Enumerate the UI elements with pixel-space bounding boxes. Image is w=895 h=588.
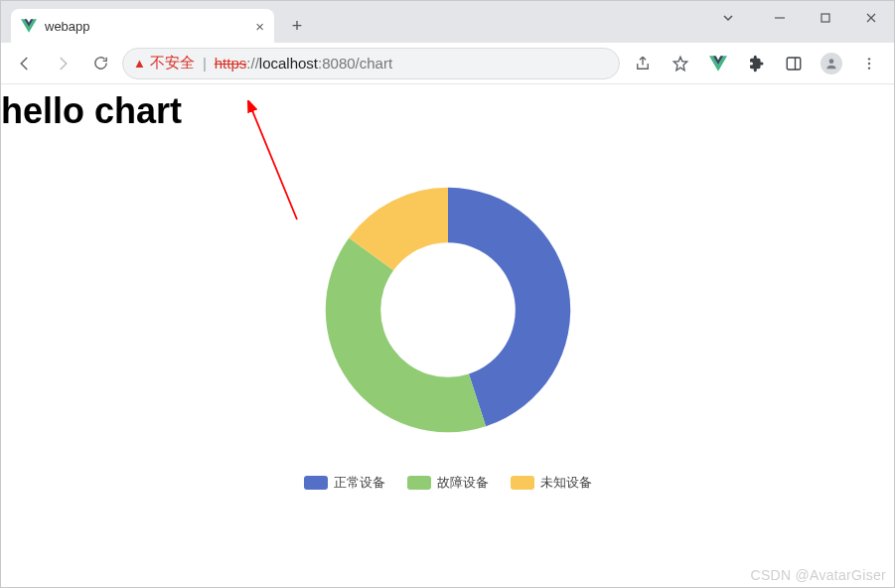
legend-swatch [304, 476, 328, 490]
minimize-button[interactable] [757, 1, 803, 35]
vue-extension-icon[interactable] [701, 48, 735, 79]
svg-rect-1 [821, 14, 829, 22]
donut-chart-svg [304, 166, 592, 454]
legend-item[interactable]: 未知设备 [511, 474, 592, 492]
url-text: https :// localhost :8080 /chart [215, 55, 392, 72]
svg-point-7 [868, 67, 870, 69]
browser-tab[interactable]: webapp × [11, 9, 274, 43]
kebab-menu-icon[interactable] [852, 48, 886, 79]
profile-avatar-icon[interactable] [815, 48, 848, 79]
svg-rect-2 [787, 58, 801, 70]
share-icon[interactable] [626, 48, 660, 79]
address-bar[interactable]: ▲ 不安全 | https :// localhost :8080 /chart [122, 48, 620, 79]
security-label: 不安全 [150, 54, 195, 73]
maximize-button[interactable] [803, 1, 848, 35]
new-tab-button[interactable]: + [282, 11, 312, 41]
url-sep: :// [246, 55, 259, 72]
tab-title: webapp [45, 19, 247, 34]
legend-swatch [407, 476, 431, 490]
legend-label: 未知设备 [540, 474, 592, 492]
extensions-icon[interactable] [739, 48, 773, 79]
separator: | [203, 55, 207, 72]
back-button[interactable] [9, 48, 41, 79]
svg-point-4 [829, 59, 834, 64]
svg-point-6 [868, 62, 870, 64]
close-window-button[interactable] [848, 1, 894, 35]
legend-label: 正常设备 [334, 474, 385, 492]
bookmark-star-icon[interactable] [664, 48, 697, 79]
side-panel-icon[interactable] [777, 48, 811, 79]
browser-window: webapp × + [0, 0, 895, 588]
legend-label: 故障设备 [437, 474, 489, 492]
warning-icon: ▲ [133, 56, 146, 71]
legend-item[interactable]: 故障设备 [407, 474, 489, 492]
reload-button[interactable] [84, 48, 116, 79]
donut-chart: 正常设备故障设备未知设备 [1, 166, 894, 492]
legend-item[interactable]: 正常设备 [304, 474, 385, 492]
browser-toolbar: ▲ 不安全 | https :// localhost :8080 /chart [1, 43, 894, 84]
url-port: :8080 [318, 55, 356, 72]
window-controls [705, 1, 894, 35]
forward-button[interactable] [47, 48, 78, 79]
url-host: localhost [259, 55, 318, 72]
page-content: hello chart 正常设备故障设备未知设备 CSDN @AvatarGis… [1, 84, 894, 587]
tab-strip: webapp × + [1, 1, 894, 43]
security-warning: ▲ 不安全 [133, 54, 195, 73]
donut-slice[interactable] [325, 238, 485, 433]
close-tab-icon[interactable]: × [255, 18, 264, 35]
url-path: /chart [356, 55, 393, 72]
tab-overflow-icon[interactable] [705, 1, 751, 35]
chart-legend: 正常设备故障设备未知设备 [304, 474, 592, 492]
page-title: hello chart [1, 84, 894, 132]
toolbar-actions [626, 48, 886, 79]
legend-swatch [511, 476, 534, 490]
watermark-text: CSDN @AvatarGiser [750, 567, 886, 583]
url-scheme: https [215, 55, 247, 72]
svg-point-5 [868, 58, 870, 60]
vue-icon [21, 18, 37, 34]
